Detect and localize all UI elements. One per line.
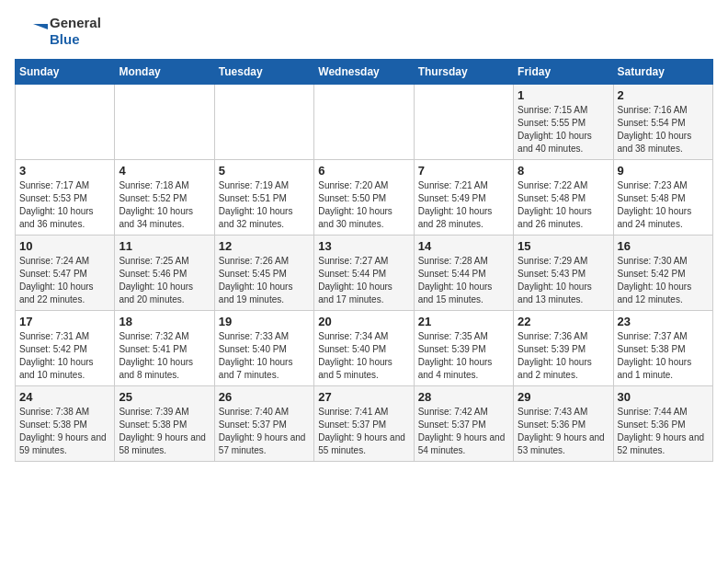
weekday-header: Saturday	[613, 60, 712, 85]
weekday-header: Wednesday	[314, 60, 414, 85]
calendar-cell: 4Sunrise: 7:18 AM Sunset: 5:52 PM Daylig…	[115, 160, 214, 236]
calendar-cell	[16, 85, 115, 160]
logo: General Blue	[15, 15, 101, 48]
calendar-table: SundayMondayTuesdayWednesdayThursdayFrid…	[15, 59, 713, 462]
calendar-cell	[214, 85, 313, 160]
calendar-cell	[115, 85, 214, 160]
calendar-cell: 30Sunrise: 7:44 AM Sunset: 5:36 PM Dayli…	[613, 386, 712, 462]
day-info: Sunrise: 7:24 AM Sunset: 5:47 PM Dayligh…	[19, 255, 110, 306]
calendar-header-row: SundayMondayTuesdayWednesdayThursdayFrid…	[16, 60, 713, 85]
day-info: Sunrise: 7:44 AM Sunset: 5:36 PM Dayligh…	[618, 406, 709, 457]
logo-bird-icon	[15, 15, 48, 48]
day-number: 27	[318, 390, 409, 404]
calendar-cell: 22Sunrise: 7:36 AM Sunset: 5:39 PM Dayli…	[514, 311, 613, 386]
day-number: 15	[518, 239, 609, 253]
day-info: Sunrise: 7:33 AM Sunset: 5:40 PM Dayligh…	[219, 330, 310, 382]
calendar-cell: 27Sunrise: 7:41 AM Sunset: 5:37 PM Dayli…	[314, 386, 414, 462]
calendar-cell: 14Sunrise: 7:28 AM Sunset: 5:44 PM Dayli…	[414, 236, 513, 311]
day-info: Sunrise: 7:20 AM Sunset: 5:50 PM Dayligh…	[318, 179, 409, 231]
day-info: Sunrise: 7:36 AM Sunset: 5:39 PM Dayligh…	[518, 330, 609, 382]
day-info: Sunrise: 7:32 AM Sunset: 5:41 PM Dayligh…	[119, 330, 210, 382]
calendar-cell: 19Sunrise: 7:33 AM Sunset: 5:40 PM Dayli…	[214, 311, 313, 386]
calendar-week-row: 17Sunrise: 7:31 AM Sunset: 5:42 PM Dayli…	[16, 311, 713, 386]
day-number: 24	[19, 390, 110, 404]
day-info: Sunrise: 7:37 AM Sunset: 5:38 PM Dayligh…	[618, 330, 709, 382]
calendar-cell: 29Sunrise: 7:43 AM Sunset: 5:36 PM Dayli…	[514, 386, 613, 462]
day-info: Sunrise: 7:30 AM Sunset: 5:42 PM Dayligh…	[618, 255, 709, 306]
calendar-cell: 6Sunrise: 7:20 AM Sunset: 5:50 PM Daylig…	[314, 160, 414, 236]
calendar-cell: 26Sunrise: 7:40 AM Sunset: 5:37 PM Dayli…	[214, 386, 313, 462]
day-info: Sunrise: 7:18 AM Sunset: 5:52 PM Dayligh…	[119, 179, 210, 231]
day-number: 10	[19, 239, 110, 253]
calendar-cell: 23Sunrise: 7:37 AM Sunset: 5:38 PM Dayli…	[613, 311, 712, 386]
day-info: Sunrise: 7:39 AM Sunset: 5:38 PM Dayligh…	[119, 406, 210, 457]
day-number: 13	[318, 239, 409, 253]
day-info: Sunrise: 7:16 AM Sunset: 5:54 PM Dayligh…	[618, 104, 709, 155]
day-number: 17	[19, 315, 110, 328]
day-number: 14	[418, 239, 509, 253]
day-number: 18	[119, 315, 210, 328]
day-number: 5	[219, 164, 310, 178]
day-info: Sunrise: 7:34 AM Sunset: 5:40 PM Dayligh…	[318, 330, 409, 382]
weekday-header: Monday	[115, 60, 214, 85]
calendar-cell: 5Sunrise: 7:19 AM Sunset: 5:51 PM Daylig…	[214, 160, 313, 236]
day-number: 2	[618, 88, 709, 102]
day-info: Sunrise: 7:27 AM Sunset: 5:44 PM Dayligh…	[318, 255, 409, 306]
day-number: 20	[318, 315, 409, 328]
calendar-cell: 28Sunrise: 7:42 AM Sunset: 5:37 PM Dayli…	[414, 386, 513, 462]
svg-marker-0	[33, 24, 48, 29]
day-info: Sunrise: 7:35 AM Sunset: 5:39 PM Dayligh…	[418, 330, 509, 382]
weekday-header: Thursday	[414, 60, 513, 85]
day-number: 1	[518, 88, 609, 102]
day-info: Sunrise: 7:43 AM Sunset: 5:36 PM Dayligh…	[518, 406, 609, 457]
day-info: Sunrise: 7:38 AM Sunset: 5:38 PM Dayligh…	[19, 406, 110, 457]
logo-general: General	[50, 15, 101, 30]
day-number: 12	[219, 239, 310, 253]
calendar-cell: 8Sunrise: 7:22 AM Sunset: 5:48 PM Daylig…	[514, 160, 613, 236]
weekday-header: Friday	[514, 60, 613, 85]
day-number: 19	[219, 315, 310, 328]
day-info: Sunrise: 7:25 AM Sunset: 5:46 PM Dayligh…	[119, 255, 210, 306]
calendar-week-row: 24Sunrise: 7:38 AM Sunset: 5:38 PM Dayli…	[16, 386, 713, 462]
day-number: 7	[418, 164, 509, 178]
calendar-cell: 21Sunrise: 7:35 AM Sunset: 5:39 PM Dayli…	[414, 311, 513, 386]
calendar-cell: 20Sunrise: 7:34 AM Sunset: 5:40 PM Dayli…	[314, 311, 414, 386]
calendar-cell: 13Sunrise: 7:27 AM Sunset: 5:44 PM Dayli…	[314, 236, 414, 311]
calendar-cell: 11Sunrise: 7:25 AM Sunset: 5:46 PM Dayli…	[115, 236, 214, 311]
day-number: 3	[19, 164, 110, 178]
calendar-cell: 10Sunrise: 7:24 AM Sunset: 5:47 PM Dayli…	[16, 236, 115, 311]
weekday-header: Tuesday	[214, 60, 313, 85]
calendar-cell: 17Sunrise: 7:31 AM Sunset: 5:42 PM Dayli…	[16, 311, 115, 386]
day-info: Sunrise: 7:42 AM Sunset: 5:37 PM Dayligh…	[418, 406, 509, 457]
logo-text: General Blue	[50, 15, 101, 47]
day-info: Sunrise: 7:29 AM Sunset: 5:43 PM Dayligh…	[518, 255, 609, 306]
day-number: 30	[618, 390, 709, 404]
day-number: 25	[119, 390, 210, 404]
calendar-cell: 1Sunrise: 7:15 AM Sunset: 5:55 PM Daylig…	[514, 85, 613, 160]
day-number: 28	[418, 390, 509, 404]
calendar-week-row: 10Sunrise: 7:24 AM Sunset: 5:47 PM Dayli…	[16, 236, 713, 311]
day-info: Sunrise: 7:17 AM Sunset: 5:53 PM Dayligh…	[19, 179, 110, 231]
calendar-cell: 7Sunrise: 7:21 AM Sunset: 5:49 PM Daylig…	[414, 160, 513, 236]
day-info: Sunrise: 7:40 AM Sunset: 5:37 PM Dayligh…	[219, 406, 310, 457]
day-info: Sunrise: 7:31 AM Sunset: 5:42 PM Dayligh…	[19, 330, 110, 382]
calendar-week-row: 1Sunrise: 7:15 AM Sunset: 5:55 PM Daylig…	[16, 85, 713, 160]
calendar-cell: 15Sunrise: 7:29 AM Sunset: 5:43 PM Dayli…	[514, 236, 613, 311]
day-info: Sunrise: 7:28 AM Sunset: 5:44 PM Dayligh…	[418, 255, 509, 306]
calendar-cell: 2Sunrise: 7:16 AM Sunset: 5:54 PM Daylig…	[613, 85, 712, 160]
day-info: Sunrise: 7:41 AM Sunset: 5:37 PM Dayligh…	[318, 406, 409, 457]
calendar-week-row: 3Sunrise: 7:17 AM Sunset: 5:53 PM Daylig…	[16, 160, 713, 236]
calendar-cell: 9Sunrise: 7:23 AM Sunset: 5:48 PM Daylig…	[613, 160, 712, 236]
day-number: 21	[418, 315, 509, 328]
day-info: Sunrise: 7:26 AM Sunset: 5:45 PM Dayligh…	[219, 255, 310, 306]
day-number: 23	[618, 315, 709, 328]
day-number: 22	[518, 315, 609, 328]
day-info: Sunrise: 7:15 AM Sunset: 5:55 PM Dayligh…	[518, 104, 609, 155]
day-number: 29	[518, 390, 609, 404]
day-info: Sunrise: 7:23 AM Sunset: 5:48 PM Dayligh…	[618, 179, 709, 231]
day-number: 6	[318, 164, 409, 178]
day-info: Sunrise: 7:22 AM Sunset: 5:48 PM Dayligh…	[518, 179, 609, 231]
logo-blue: Blue	[50, 31, 80, 47]
calendar-cell	[414, 85, 513, 160]
weekday-header: Sunday	[16, 60, 115, 85]
